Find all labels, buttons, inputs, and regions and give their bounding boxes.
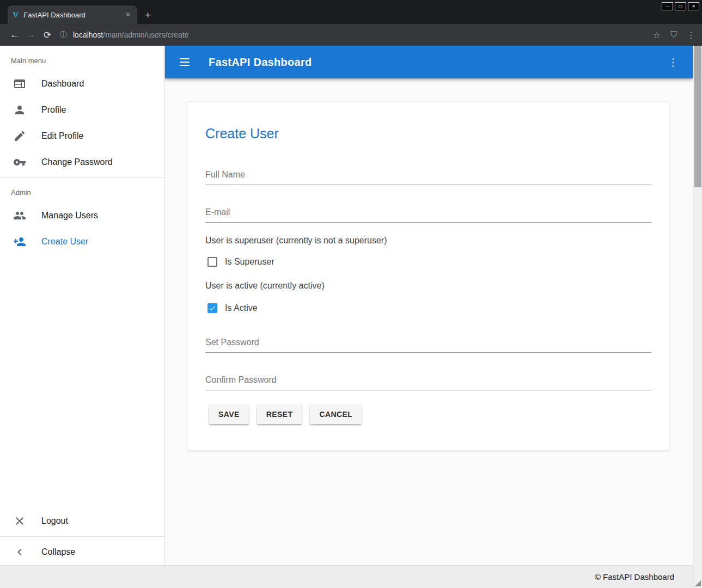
sidebar-divider [0,177,164,178]
app-bar-title: FastAPI Dashboard [209,56,312,69]
active-hint: User is active (currently active) [205,281,651,291]
sidebar-item-profile[interactable]: Profile [0,97,164,123]
browser-menu-icon[interactable]: ⋮ [687,30,695,40]
vuetify-favicon-icon: V [13,10,18,19]
page-footer: © FastAPI Dashboard [0,565,693,588]
app-bar-menu-icon[interactable]: ⋮ [662,56,684,69]
sidebar-item-logout[interactable]: Logout [0,508,164,534]
sidebar-divider [0,536,164,537]
cancel-button[interactable]: CANCEL [310,405,362,424]
bookmark-star-icon[interactable]: ☆ [653,30,661,40]
sidebar-caption-admin: Admin [0,180,164,203]
tab-close-icon[interactable]: ✕ [123,10,133,20]
is-superuser-checkbox[interactable]: Is Superuser [207,257,651,267]
page-title: Create User [205,126,651,142]
close-x-icon [13,514,26,528]
sidebar-item-dashboard[interactable]: Dashboard [0,71,164,97]
close-button[interactable]: ✕ [688,2,699,10]
sidebar-item-label: Create User [41,237,88,247]
sidebar: Main menu Dashboard Profile Edit Profile [0,46,165,565]
footer-copyright: © FastAPI Dashboard [595,572,674,581]
hamburger-menu-icon[interactable] [174,51,196,73]
person-icon [13,103,26,117]
sidebar-item-label: Profile [41,105,66,115]
confirm-password-field[interactable]: Confirm Password [205,375,651,390]
is-active-label: Is Active [225,303,258,313]
checkmark-icon [209,304,216,313]
is-active-checkbox[interactable]: Is Active [207,303,651,313]
chevron-left-icon [13,546,26,559]
vertical-scrollbar[interactable] [693,46,702,588]
forward-icon[interactable]: → [23,29,39,40]
sidebar-item-edit-profile[interactable]: Edit Profile [0,123,164,149]
toolbar-right: ☆ ⛉ ⋮ [643,30,695,40]
browser-window: V FastAPI Dashboard ✕ + — ▢ ✕ ← → ⟳ ⓘ lo… [0,0,702,588]
url-path: /main/admin/users/create [103,30,188,39]
key-icon [13,156,26,169]
people-icon [13,209,26,222]
reload-icon[interactable]: ⟳ [39,29,56,41]
sidebar-item-manage-users[interactable]: Manage Users [0,203,164,229]
pencil-icon [13,130,26,143]
email-field[interactable]: E-mail [205,207,651,223]
button-row: SAVE RESET CANCEL [205,405,651,424]
sidebar-item-label: Manage Users [41,211,98,220]
scrollbar-thumb[interactable] [694,46,701,187]
app-bar: FastAPI Dashboard ⋮ [165,46,693,78]
sidebar-item-label: Edit Profile [41,131,83,141]
checkbox-checked-icon[interactable] [207,303,217,313]
reset-button[interactable]: RESET [257,405,302,424]
maximize-button[interactable]: ▢ [675,2,686,10]
window-controls: — ▢ ✕ [662,2,699,10]
set-password-label: Set Password [205,338,651,347]
full-name-field[interactable]: Full Name [205,170,651,185]
content-area: Create User Full Name E-mail User is sup… [165,78,693,565]
save-button[interactable]: SAVE [209,405,249,424]
browser-tab[interactable]: V FastAPI Dashboard ✕ [8,5,137,24]
confirm-password-label: Confirm Password [205,375,651,385]
set-password-field[interactable]: Set Password [205,338,651,353]
main-content: FastAPI Dashboard ⋮ Create User Full Nam… [165,46,693,565]
site-info-icon[interactable]: ⓘ [60,30,67,40]
tab-title: FastAPI Dashboard [23,11,123,19]
url-text[interactable]: localhost/main/admin/users/create [73,30,188,39]
minimize-button[interactable]: — [662,2,673,10]
back-icon[interactable]: ← [7,29,23,40]
checkbox-unchecked-icon[interactable] [207,257,217,267]
body-row: Main menu Dashboard Profile Edit Profile [0,46,693,565]
new-tab-button[interactable]: + [145,10,151,20]
sidebar-item-create-user[interactable]: Create User [0,229,164,255]
field-underline [205,352,651,353]
superuser-hint: User is superuser (currently is not a su… [205,236,651,246]
dashboard-icon [13,77,26,90]
page-column: Main menu Dashboard Profile Edit Profile [0,46,693,588]
address-bar[interactable]: ⓘ localhost/main/admin/users/create [60,30,643,40]
sidebar-spacer [0,255,164,508]
resize-grip-icon [695,580,701,586]
sidebar-item-label: Logout [41,516,68,526]
field-underline [205,222,651,223]
sidebar-item-change-password[interactable]: Change Password [0,149,164,175]
sidebar-item-label: Change Password [41,157,113,167]
sidebar-item-label: Dashboard [41,79,84,89]
field-underline [205,390,651,390]
full-name-label: Full Name [205,170,651,180]
app-area: Main menu Dashboard Profile Edit Profile [0,46,702,588]
email-label: E-mail [205,207,651,217]
is-superuser-label: Is Superuser [225,257,274,267]
sidebar-item-label: Collapse [41,547,75,557]
field-underline [205,185,651,185]
browser-toolbar: ← → ⟳ ⓘ localhost/main/admin/users/creat… [0,24,702,46]
person-add-icon [13,235,26,248]
tab-strip: V FastAPI Dashboard ✕ + — ▢ ✕ [0,0,702,24]
url-host: localhost [73,30,103,39]
create-user-card: Create User Full Name E-mail User is sup… [187,101,670,451]
cast-icon[interactable]: ⛉ [670,30,677,40]
sidebar-item-collapse[interactable]: Collapse [0,539,164,565]
sidebar-caption-main: Main menu [0,46,164,71]
